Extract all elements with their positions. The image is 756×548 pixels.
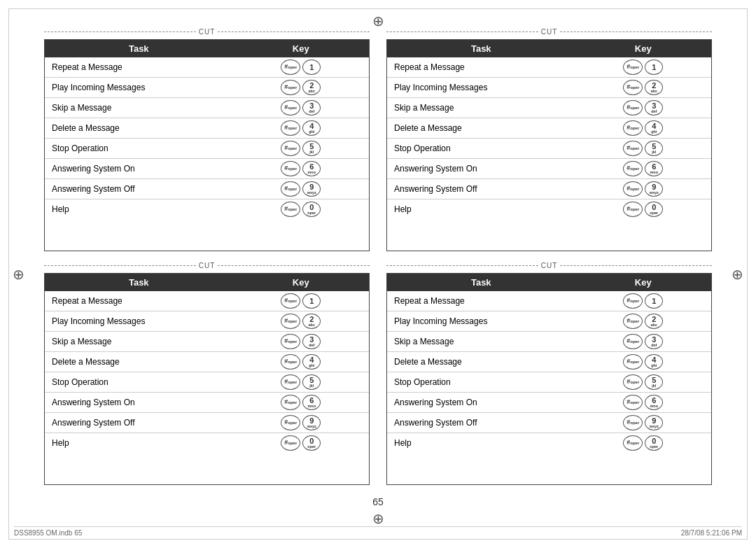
key-num-btn: 4ghi [645,354,663,370]
task-table-bottom-left: Task Key Repeat a Message#oper1Play Inco… [45,274,369,453]
key-hash-btn: #oper [623,80,643,95]
task-cell: Skip a Message [45,332,233,352]
task-cell: Answering System Off [45,413,233,433]
key-num-btn: 6mno [302,395,321,410]
table-border-top-left: Task Key Repeat a Message#oper1Play Inco… [44,39,370,251]
cut-label: CUT [196,28,218,36]
key-hash-btn: #oper [623,141,643,156]
key-num-btn: 5jkl [645,141,663,156]
quadrant-bottom-left: CUT Task Key Repeat a Message#oper1Play … [38,258,378,492]
key-cell: #oper0oper [233,433,369,454]
task-cell: Repeat a Message [387,291,575,311]
page-border-right [747,8,748,540]
key-cell: #oper6mno [575,393,711,413]
task-cell: Answering System On [387,159,575,179]
quadrant-top-right: CUT Task Key Repeat a Message#oper1Play … [378,24,718,258]
key-num-btn: 3def [645,100,663,115]
task-cell: Play Incoming Messages [387,311,575,332]
cut-line-top-right: CUT [386,28,712,36]
key-cell: #oper9wxyz [575,179,711,199]
task-cell: Answering System Off [45,179,233,199]
key-cell: #oper4ghi [233,352,369,372]
task-table-bottom-right: Task Key Repeat a Message#oper1Play Inco… [387,274,711,453]
key-cell: #oper1 [233,57,369,78]
task-cell: Delete a Message [387,118,575,139]
key-hash-btn: #oper [281,181,300,197]
key-hash-btn: #oper [281,59,300,75]
key-hash-btn: #oper [623,314,643,329]
key-cell: #oper3def [233,98,369,118]
key-hash-btn: #oper [281,100,300,115]
task-cell: Stop Operation [387,139,575,159]
task-header-tl: Task [45,40,233,57]
key-cell: #oper2abc [233,311,369,332]
key-hash-btn: #oper [281,374,300,390]
key-num-btn: 6mno [645,161,663,176]
key-num-btn: 1 [645,59,663,75]
key-hash-btn: #oper [281,354,300,370]
key-num-btn: 0oper [645,202,663,217]
task-cell: Skip a Message [45,98,233,118]
crosshair-right: ⊕ [732,266,743,283]
key-hash-btn: #oper [623,161,643,176]
key-cell: #oper4ghi [233,118,369,139]
key-cell: #oper0oper [575,433,711,454]
task-cell: Repeat a Message [45,291,233,311]
key-hash-btn: #oper [281,141,300,156]
task-cell: Answering System Off [387,179,575,199]
task-table-top-left: Task Key Repeat a Message#oper1Play Inco… [45,40,369,219]
key-header-tl: Key [233,40,369,57]
key-cell: #oper5jkl [575,139,711,159]
key-cell: #oper3def [575,98,711,118]
task-cell: Stop Operation [45,139,233,159]
task-cell: Stop Operation [45,372,233,393]
key-num-btn: 4ghi [302,120,321,136]
key-num-btn: 5jkl [302,374,321,390]
key-cell: #oper5jkl [575,372,711,393]
tables-grid: CUT Task Key Repeat a Message#oper1Play … [38,24,718,492]
key-hash-btn: #oper [623,120,643,136]
page-border-top [8,8,748,9]
task-cell: Help [387,433,575,454]
key-cell: #oper4ghi [575,352,711,372]
task-cell: Answering System On [45,159,233,179]
task-cell: Skip a Message [387,98,575,118]
key-cell: #oper2abc [575,311,711,332]
key-hash-btn: #oper [623,374,643,390]
key-num-btn: 2abc [302,80,321,95]
key-num-btn: 6mno [302,161,321,176]
page-number: 65 [38,496,718,507]
key-num-btn: 9wxyz [645,415,663,430]
task-cell: Delete a Message [45,352,233,372]
key-hash-btn: #oper [623,59,643,75]
table-border-bottom-left: Task Key Repeat a Message#oper1Play Inco… [44,273,370,485]
footer-right: 28/7/08 5:21:06 PM [681,529,742,537]
task-cell: Play Incoming Messages [45,78,233,98]
cut-label-bl: CUT [196,262,218,269]
crosshair-left: ⊕ [13,266,24,283]
key-num-btn: 0oper [302,202,321,217]
task-cell: Play Incoming Messages [45,311,233,332]
table-border-top-right: Task Key Repeat a Message#oper1Play Inco… [386,39,712,251]
key-cell: #oper9wxyz [575,413,711,433]
key-cell: #oper3def [575,332,711,352]
cut-label-br: CUT [538,262,561,269]
key-cell: #oper5jkl [233,139,369,159]
cut-line-top-left: CUT [44,28,370,36]
task-cell: Answering System On [45,393,233,413]
task-cell: Repeat a Message [387,57,575,78]
key-hash-btn: #oper [281,120,300,136]
cut-line-bottom-right: CUT [386,262,712,269]
key-cell: #oper2abc [233,78,369,98]
key-cell: #oper1 [233,291,369,311]
task-cell: Stop Operation [387,372,575,393]
key-num-btn: 3def [645,334,663,349]
key-hash-btn: #oper [281,293,300,309]
task-cell: Answering System Off [387,413,575,433]
key-cell: #oper6mno [233,393,369,413]
key-hash-btn: #oper [281,202,300,217]
key-cell: #oper0oper [575,199,711,220]
key-cell: #oper9wxyz [233,413,369,433]
key-header-bl: Key [233,274,369,291]
key-num-btn: 2abc [645,80,663,95]
